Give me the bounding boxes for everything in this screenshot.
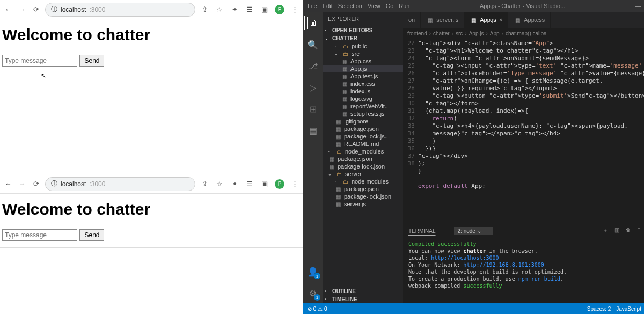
source-control-icon[interactable]: ⎇ — [307, 60, 319, 72]
forward-icon[interactable]: → — [17, 179, 27, 189]
extensions-icon[interactable]: ⊞ — [307, 103, 319, 115]
menu-edit[interactable]: Edit — [323, 3, 333, 9]
menu-go[interactable]: Go — [386, 3, 394, 9]
more-icon[interactable]: ⋯ — [392, 16, 398, 22]
account-icon[interactable]: 👤1 — [307, 266, 319, 278]
split-terminal-icon[interactable]: ▥ — [614, 227, 619, 235]
file-item[interactable]: ▦server.js — [323, 200, 403, 208]
folder-node-modules[interactable]: ›🗀node_modules — [323, 148, 403, 155]
bookmark-icon[interactable]: ☆ — [215, 179, 224, 189]
explorer-icon[interactable]: 🗎 — [307, 17, 319, 29]
message-input[interactable] — [2, 55, 77, 67]
file-item[interactable]: ▦README.md — [323, 140, 403, 148]
maximize-icon[interactable]: ˄ — [638, 227, 640, 235]
page-content: Welcome to chatter Send ↖ — [0, 19, 303, 81]
more-icon[interactable]: ⋯ — [442, 228, 448, 234]
status-item[interactable]: ⊘ 0 ⚠ 0 — [308, 306, 327, 312]
explorer-title: EXPLORER — [328, 16, 359, 22]
reading-list-icon[interactable]: ☰ — [245, 179, 254, 189]
activity-bar: 🗎 🔍 ⎇ ▷ ⊞ ▤ 👤1 ⚙1 — [303, 12, 323, 303]
file-item[interactable]: ▦.gitignore — [323, 118, 403, 125]
file-item[interactable]: ▦App.css — [323, 57, 403, 65]
root-folder[interactable]: ⌄CHATTER — [323, 34, 403, 42]
url-port: :3000 — [89, 180, 105, 188]
url-field[interactable]: ⓘ localhost:3000 — [45, 177, 195, 191]
profile-avatar[interactable]: P — [275, 5, 284, 14]
panel-icon[interactable]: ▣ — [260, 179, 269, 189]
menu-icon[interactable]: ⋮ — [290, 5, 299, 14]
reload-icon[interactable]: ⟳ — [31, 5, 41, 14]
forward-icon[interactable]: → — [17, 5, 27, 14]
extensions-icon[interactable]: ✦ — [230, 5, 239, 14]
sidebar: EXPLORER ⋯ ›OPEN EDITORS ⌄CHATTER ›🗀publ… — [323, 12, 403, 303]
url-field[interactable]: ⓘ localhost:3000 — [45, 3, 195, 17]
outline-section[interactable]: ›OUTLINE — [323, 287, 403, 295]
status-item[interactable]: Spaces: 2 — [587, 306, 611, 312]
remote-icon[interactable]: ▤ — [307, 125, 319, 136]
editor-tabs: on ▦server.js ▦App.js× ▦App.css — [403, 12, 644, 28]
menu-run[interactable]: Run — [399, 3, 409, 9]
terminal-output[interactable]: Compiled successfully! You can now view … — [403, 238, 644, 303]
menu-view[interactable]: View — [368, 3, 380, 9]
reload-icon[interactable]: ⟳ — [31, 179, 41, 189]
file-item[interactable]: ▦package.json — [323, 125, 403, 133]
file-item[interactable]: ▦App.js — [323, 65, 403, 72]
status-item[interactable]: JavaScript — [616, 306, 641, 312]
run-debug-icon[interactable]: ▷ — [307, 82, 319, 93]
folder-public[interactable]: ›🗀public — [323, 42, 403, 50]
menu-file[interactable]: File — [308, 3, 317, 9]
address-bar: ← → ⟳ ⓘ localhost:3000 ⇪ ☆ ✦ ☰ ▣ P ⋮ — [0, 0, 303, 19]
message-input[interactable] — [2, 229, 77, 241]
file-item[interactable]: ▦reportWebVit... — [323, 103, 403, 110]
menu-selection[interactable]: Selection — [338, 3, 362, 9]
vscode-window: File Edit Selection View Go Run App.js -… — [303, 0, 644, 314]
kill-terminal-icon[interactable]: 🗑 — [626, 227, 631, 235]
browser-window-top: ← → ⟳ ⓘ localhost:3000 ⇪ ☆ ✦ ☰ ▣ P ⋮ Wel… — [0, 0, 303, 174]
tab-app-js[interactable]: ▦App.js× — [464, 12, 508, 28]
send-button[interactable]: Send — [79, 55, 104, 67]
file-item[interactable]: ▦logo.svg — [323, 95, 403, 103]
browser-window-bottom: ← → ⟳ ⓘ localhost:3000 ⇪ ☆ ✦ ☰ ▣ P ⋮ Wel… — [0, 174, 303, 248]
folder-item[interactable]: ›🗀node modules — [323, 178, 403, 185]
settings-icon[interactable]: ⚙1 — [307, 287, 319, 299]
file-item[interactable]: ▦package.json — [323, 185, 403, 193]
file-item[interactable]: ▦package-lock.json — [323, 193, 403, 200]
breadcrumb[interactable]: frontend› chatter› src› App.js› App› cha… — [403, 28, 644, 39]
code-editor[interactable]: 22 23 24 25 26 27 28 29 30 31 32 33 34 3… — [403, 39, 644, 223]
close-icon[interactable]: × — [499, 17, 502, 23]
page-title: Welcome to chatter — [2, 26, 301, 44]
new-terminal-icon[interactable]: ＋ — [603, 227, 608, 235]
send-button[interactable]: Send — [79, 229, 104, 241]
open-editors-section[interactable]: ›OPEN EDITORS — [323, 26, 403, 34]
file-item[interactable]: ▦package-lock.js... — [323, 133, 403, 140]
extensions-icon[interactable]: ✦ — [230, 179, 239, 189]
panel-icon[interactable]: ▣ — [260, 5, 269, 14]
folder-src[interactable]: ⌄🗀src — [323, 50, 403, 57]
timeline-section[interactable]: ›TIMELINE — [323, 295, 403, 303]
back-icon[interactable]: ← — [3, 5, 13, 14]
timeline-label: TIMELINE — [332, 296, 357, 302]
statusbar[interactable]: ⊘ 0 ⚠ 0 Spaces: 2 JavaScript — [303, 303, 644, 314]
share-icon[interactable]: ⇪ — [200, 179, 209, 189]
file-item[interactable]: ▦package.json — [323, 155, 403, 163]
bookmark-icon[interactable]: ☆ — [215, 5, 224, 14]
terminal-select[interactable]: 2: node ⌄ — [454, 227, 493, 235]
menu-icon[interactable]: ⋮ — [290, 179, 299, 189]
tab[interactable]: on — [403, 12, 421, 28]
file-item[interactable]: ▦setupTests.js — [323, 110, 403, 118]
info-icon: ⓘ — [51, 5, 57, 14]
file-item[interactable]: ▦index.css — [323, 80, 403, 87]
share-icon[interactable]: ⇪ — [200, 5, 209, 14]
folder-server[interactable]: ⌄🗀server — [323, 170, 403, 178]
reading-list-icon[interactable]: ☰ — [245, 5, 254, 14]
search-icon[interactable]: 🔍 — [307, 39, 319, 50]
tab-server[interactable]: ▦server.js — [421, 12, 464, 28]
tab-app-css[interactable]: ▦App.css — [508, 12, 551, 28]
file-item[interactable]: ▦package-lock.json — [323, 163, 403, 170]
profile-avatar[interactable]: P — [275, 179, 284, 189]
terminal-tab[interactable]: TERMINAL — [408, 228, 436, 234]
window-min-icon[interactable]: — — [635, 3, 641, 9]
back-icon[interactable]: ← — [3, 179, 13, 189]
window-title: App.js - Chatter - Visual Studio... — [480, 3, 565, 9]
file-item[interactable]: ▦index.js — [323, 87, 403, 95]
